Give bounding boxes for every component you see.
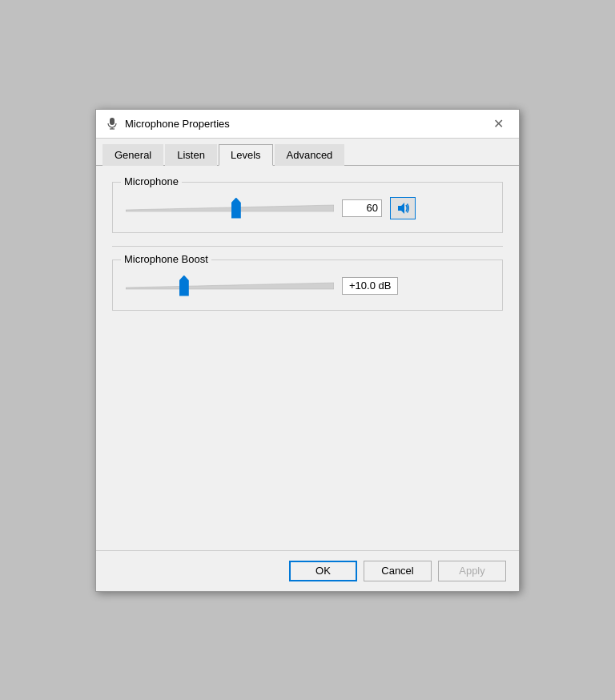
volume-button[interactable] — [390, 197, 416, 219]
microphone-track — [126, 200, 334, 216]
boost-value-display: +10.0 dB — [342, 277, 398, 295]
tab-advanced[interactable]: Advanced — [275, 144, 345, 166]
section-divider — [112, 246, 503, 247]
dialog-window: Microphone Properties ✕ General Listen L… — [95, 109, 520, 592]
boost-slider-row: +10.0 dB — [126, 275, 489, 297]
title-bar-left: Microphone Properties — [106, 117, 230, 130]
boost-section-label: Microphone Boost — [121, 253, 211, 265]
tab-listen[interactable]: Listen — [165, 144, 217, 166]
dialog-footer: OK Cancel Apply — [96, 550, 519, 591]
microphone-icon — [106, 117, 119, 130]
close-button[interactable]: ✕ — [487, 115, 509, 132]
svg-marker-5 — [126, 283, 334, 289]
dialog-title: Microphone Properties — [125, 118, 230, 130]
svg-marker-4 — [398, 203, 404, 214]
tab-bar: General Listen Levels Advanced — [96, 139, 519, 166]
boost-section: Microphone Boost +10.0 dB — [112, 259, 503, 311]
cancel-button[interactable]: Cancel — [364, 561, 432, 581]
tab-content: Microphone — [96, 166, 519, 550]
apply-button[interactable]: Apply — [438, 561, 506, 581]
tab-levels[interactable]: Levels — [219, 144, 273, 166]
title-bar: Microphone Properties ✕ — [96, 110, 519, 139]
svg-marker-3 — [126, 205, 334, 211]
boost-track — [126, 278, 334, 294]
speaker-icon — [396, 201, 410, 215]
microphone-section: Microphone — [112, 182, 503, 233]
microphone-value-input[interactable] — [342, 199, 382, 217]
microphone-slider[interactable] — [126, 197, 334, 219]
boost-slider[interactable] — [126, 275, 334, 297]
svg-rect-0 — [110, 118, 115, 125]
ok-button[interactable]: OK — [289, 561, 357, 581]
microphone-slider-row — [126, 197, 489, 219]
microphone-section-label: Microphone — [121, 175, 182, 187]
tab-general[interactable]: General — [102, 144, 163, 166]
